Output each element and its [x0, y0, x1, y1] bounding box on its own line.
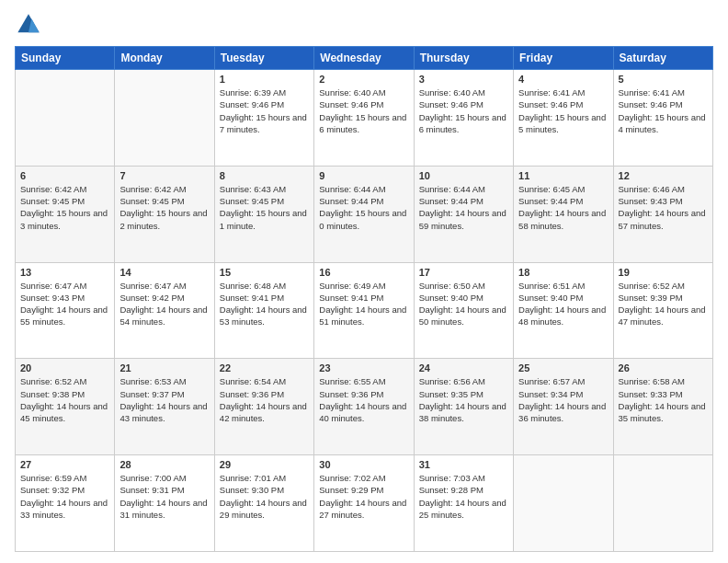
calendar-cell [115, 70, 214, 167]
calendar-cell [613, 455, 712, 552]
day-info: Sunrise: 6:47 AM Sunset: 9:42 PM Dayligh… [119, 280, 209, 328]
day-info: Sunrise: 7:01 AM Sunset: 9:30 PM Dayligh… [220, 472, 309, 521]
calendar-week-row: 6Sunrise: 6:42 AM Sunset: 9:45 PM Daylig… [16, 166, 713, 262]
day-info: Sunrise: 6:56 AM Sunset: 9:35 PM Dayligh… [419, 375, 508, 424]
day-number: 14 [119, 267, 209, 278]
calendar-cell: 15Sunrise: 6:48 AM Sunset: 9:41 PM Dayli… [214, 262, 313, 359]
day-info: Sunrise: 6:44 AM Sunset: 9:44 PM Dayligh… [419, 183, 508, 232]
weekday-header-tuesday: Tuesday [214, 47, 313, 70]
day-info: Sunrise: 6:45 AM Sunset: 9:44 PM Dayligh… [518, 183, 608, 232]
calendar-week-row: 1Sunrise: 6:39 AM Sunset: 9:46 PM Daylig… [16, 70, 713, 167]
day-number: 30 [319, 459, 408, 470]
day-number: 23 [319, 362, 408, 373]
calendar-cell: 28Sunrise: 7:00 AM Sunset: 9:31 PM Dayli… [115, 455, 214, 552]
day-info: Sunrise: 7:00 AM Sunset: 9:31 PM Dayligh… [119, 472, 209, 521]
calendar-cell: 7Sunrise: 6:42 AM Sunset: 9:45 PM Daylig… [115, 166, 214, 262]
day-info: Sunrise: 6:54 AM Sunset: 9:36 PM Dayligh… [220, 375, 309, 424]
day-info: Sunrise: 6:46 AM Sunset: 9:43 PM Dayligh… [619, 183, 708, 232]
calendar-week-row: 20Sunrise: 6:52 AM Sunset: 9:38 PM Dayli… [16, 359, 713, 455]
day-number: 6 [20, 170, 109, 181]
day-info: Sunrise: 6:57 AM Sunset: 9:34 PM Dayligh… [518, 375, 608, 424]
calendar-cell: 4Sunrise: 6:41 AM Sunset: 9:46 PM Daylig… [514, 70, 613, 167]
day-number: 12 [619, 170, 708, 181]
day-info: Sunrise: 6:59 AM Sunset: 9:32 PM Dayligh… [20, 472, 109, 521]
calendar-cell: 30Sunrise: 7:02 AM Sunset: 9:29 PM Dayli… [314, 455, 414, 552]
weekday-header-wednesday: Wednesday [314, 47, 414, 70]
logo-icon [15, 11, 42, 39]
day-number: 11 [518, 170, 608, 181]
day-number: 25 [518, 362, 608, 373]
day-number: 8 [220, 170, 309, 181]
weekday-header-saturday: Saturday [613, 47, 712, 70]
calendar-table: SundayMondayTuesdayWednesdayThursdayFrid… [15, 46, 713, 552]
day-number: 15 [220, 267, 309, 278]
day-number: 10 [419, 170, 508, 181]
day-number: 9 [319, 170, 408, 181]
logo [15, 11, 46, 39]
calendar-cell: 25Sunrise: 6:57 AM Sunset: 9:34 PM Dayli… [514, 359, 613, 455]
day-info: Sunrise: 6:58 AM Sunset: 9:33 PM Dayligh… [619, 375, 708, 424]
day-info: Sunrise: 6:44 AM Sunset: 9:44 PM Dayligh… [319, 183, 408, 232]
calendar-cell: 22Sunrise: 6:54 AM Sunset: 9:36 PM Dayli… [214, 359, 313, 455]
day-info: Sunrise: 6:50 AM Sunset: 9:40 PM Dayligh… [419, 280, 508, 328]
day-info: Sunrise: 6:42 AM Sunset: 9:45 PM Dayligh… [20, 183, 109, 232]
calendar-cell: 20Sunrise: 6:52 AM Sunset: 9:38 PM Dayli… [16, 359, 115, 455]
day-number: 27 [20, 459, 109, 470]
calendar-cell: 23Sunrise: 6:55 AM Sunset: 9:36 PM Dayli… [314, 359, 414, 455]
day-info: Sunrise: 6:42 AM Sunset: 9:45 PM Dayligh… [119, 183, 209, 232]
day-number: 26 [619, 362, 708, 373]
calendar-cell: 11Sunrise: 6:45 AM Sunset: 9:44 PM Dayli… [514, 166, 613, 262]
weekday-header-sunday: Sunday [16, 47, 115, 70]
day-number: 18 [518, 267, 608, 278]
weekday-header-thursday: Thursday [414, 47, 513, 70]
calendar-cell: 24Sunrise: 6:56 AM Sunset: 9:35 PM Dayli… [414, 359, 513, 455]
day-info: Sunrise: 6:52 AM Sunset: 9:38 PM Dayligh… [20, 375, 109, 424]
day-info: Sunrise: 6:40 AM Sunset: 9:46 PM Dayligh… [419, 86, 508, 135]
calendar-cell: 14Sunrise: 6:47 AM Sunset: 9:42 PM Dayli… [115, 262, 214, 359]
day-info: Sunrise: 6:49 AM Sunset: 9:41 PM Dayligh… [319, 280, 408, 328]
day-number: 5 [619, 74, 708, 85]
day-number: 24 [419, 362, 508, 373]
day-info: Sunrise: 6:47 AM Sunset: 9:43 PM Dayligh… [20, 280, 109, 328]
calendar-cell: 6Sunrise: 6:42 AM Sunset: 9:45 PM Daylig… [16, 166, 115, 262]
day-number: 7 [119, 170, 209, 181]
day-number: 31 [419, 459, 508, 470]
day-info: Sunrise: 7:03 AM Sunset: 9:28 PM Dayligh… [419, 472, 508, 521]
day-number: 4 [518, 74, 608, 85]
day-info: Sunrise: 6:55 AM Sunset: 9:36 PM Dayligh… [319, 375, 408, 424]
day-number: 22 [220, 362, 309, 373]
day-number: 29 [220, 459, 309, 470]
calendar-cell: 12Sunrise: 6:46 AM Sunset: 9:43 PM Dayli… [613, 166, 712, 262]
header [15, 11, 713, 39]
day-number: 21 [119, 362, 209, 373]
day-number: 17 [419, 267, 508, 278]
calendar-cell: 16Sunrise: 6:49 AM Sunset: 9:41 PM Dayli… [314, 262, 414, 359]
calendar-week-row: 27Sunrise: 6:59 AM Sunset: 9:32 PM Dayli… [16, 455, 713, 552]
calendar-cell: 17Sunrise: 6:50 AM Sunset: 9:40 PM Dayli… [414, 262, 513, 359]
calendar-cell: 8Sunrise: 6:43 AM Sunset: 9:45 PM Daylig… [214, 166, 313, 262]
day-number: 16 [319, 267, 408, 278]
calendar-cell: 2Sunrise: 6:40 AM Sunset: 9:46 PM Daylig… [314, 70, 414, 167]
calendar-cell: 1Sunrise: 6:39 AM Sunset: 9:46 PM Daylig… [214, 70, 313, 167]
calendar-cell: 9Sunrise: 6:44 AM Sunset: 9:44 PM Daylig… [314, 166, 414, 262]
day-number: 13 [20, 267, 109, 278]
day-info: Sunrise: 6:53 AM Sunset: 9:37 PM Dayligh… [119, 375, 209, 424]
day-info: Sunrise: 7:02 AM Sunset: 9:29 PM Dayligh… [319, 472, 408, 521]
calendar-week-row: 13Sunrise: 6:47 AM Sunset: 9:43 PM Dayli… [16, 262, 713, 359]
calendar-cell: 19Sunrise: 6:52 AM Sunset: 9:39 PM Dayli… [613, 262, 712, 359]
day-number: 1 [220, 74, 309, 85]
calendar-cell: 26Sunrise: 6:58 AM Sunset: 9:33 PM Dayli… [613, 359, 712, 455]
weekday-header-friday: Friday [514, 47, 613, 70]
day-info: Sunrise: 6:39 AM Sunset: 9:46 PM Dayligh… [220, 86, 309, 135]
calendar-cell: 27Sunrise: 6:59 AM Sunset: 9:32 PM Dayli… [16, 455, 115, 552]
day-info: Sunrise: 6:40 AM Sunset: 9:46 PM Dayligh… [319, 86, 408, 135]
calendar-cell: 3Sunrise: 6:40 AM Sunset: 9:46 PM Daylig… [414, 70, 513, 167]
day-number: 28 [119, 459, 209, 470]
calendar-cell: 10Sunrise: 6:44 AM Sunset: 9:44 PM Dayli… [414, 166, 513, 262]
day-info: Sunrise: 6:43 AM Sunset: 9:45 PM Dayligh… [220, 183, 309, 232]
day-info: Sunrise: 6:41 AM Sunset: 9:46 PM Dayligh… [619, 86, 708, 135]
day-info: Sunrise: 6:52 AM Sunset: 9:39 PM Dayligh… [619, 280, 708, 328]
day-number: 20 [20, 362, 109, 373]
calendar-cell: 21Sunrise: 6:53 AM Sunset: 9:37 PM Dayli… [115, 359, 214, 455]
weekday-header-monday: Monday [115, 47, 214, 70]
